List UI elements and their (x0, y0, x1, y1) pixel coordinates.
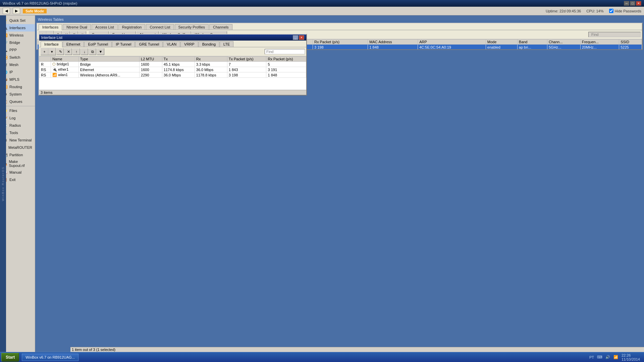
dialog-add-button[interactable]: + (41, 48, 48, 55)
wireless-tables-label: Wireless Tables (37, 17, 643, 22)
tab-interfaces[interactable]: Interfaces (39, 24, 62, 30)
row-tx-ps: 7 (227, 62, 266, 67)
row-rx-ps: 5 (266, 62, 306, 67)
table-row[interactable]: RS 🔌 ether1 Ethernet 1600 1174.8 kbps 36… (40, 67, 306, 72)
col-band: Band (517, 40, 547, 45)
sidebar-item-label: Bridge (9, 41, 20, 45)
dialog-add-group: + ▾ (41, 48, 56, 55)
dialog-tab-interface[interactable]: Interface (41, 41, 62, 47)
row-flags: R (40, 62, 51, 67)
sidebar-item-label: Switch (9, 55, 20, 59)
dialog-tab-vrrp[interactable]: VRRP (180, 41, 198, 47)
taskbar-time-date: 22:26 11/10/2014 (622, 353, 640, 361)
hide-passwords-checkbox[interactable] (609, 9, 613, 13)
back-button[interactable]: ◀ (3, 8, 10, 14)
dialog-minimize-button[interactable]: _ (293, 35, 298, 40)
dialog-tab-lte[interactable]: LTE (220, 41, 233, 47)
row-type: Bridge (78, 62, 139, 67)
sidebar-item-label: New Terminal (9, 138, 32, 142)
sidebar-item-label: Radius (9, 123, 21, 127)
sidebar-item-label: Mesh (9, 63, 18, 67)
start-button[interactable]: Start (1, 353, 19, 362)
tab-access-list[interactable]: Access List (92, 24, 118, 30)
tab-connect-list[interactable]: Connect List (146, 24, 174, 30)
row-mode: enabled (486, 45, 517, 50)
content-area: Wireless Tables Interfaces Ntreme Dual A… (35, 15, 644, 352)
dialog-tab-vlan[interactable]: VLAN (163, 41, 180, 47)
row-rx-ps: 3 198 (313, 45, 368, 50)
taskbar-items: WinBox v6.7 on RB912UAG... (22, 354, 589, 361)
dialog-col-rx-ps: Rx Packet (p/s) (266, 57, 306, 62)
dialog-tab-gretunnel[interactable]: GRE Tunnel (135, 41, 163, 47)
taskbar-right: PT ⌨ 🔊 📶 22:26 11/10/2014 (589, 353, 643, 361)
dialog-col-type: Type (78, 57, 139, 62)
tab-security-profiles[interactable]: Security Profiles (175, 24, 209, 30)
dialog-sort-down-button[interactable]: ↓ (81, 48, 88, 55)
row-name: ⬡ bridge1 (51, 62, 79, 67)
dialog-title: Interface List (41, 36, 62, 40)
row-tx: 45.1 kbps (162, 62, 195, 67)
dialog-toolbar: + ▾ ✎ ✕ ↑ ↓ ⧉ ▼ (39, 47, 306, 56)
dialog-col-tx: Tx (162, 57, 195, 62)
taskbar-item-winbox[interactable]: WinBox v6.7 on RB912UAG... (22, 354, 78, 361)
dialog-status: 3 items (39, 90, 306, 95)
dialog-tab-bar: Interface Ethernet EoIP Tunnel IP Tunnel… (39, 41, 306, 47)
dialog-tab-ethernet[interactable]: Ethernet (63, 41, 84, 47)
taskbar-icons: PT ⌨ 🔊 📶 (589, 354, 619, 360)
minimize-button[interactable]: ─ (624, 1, 629, 6)
dialog-add-dropdown[interactable]: ▾ (48, 48, 56, 55)
row-mac: 1 848 (368, 45, 418, 50)
dialog-sort-up-button[interactable]: ↑ (73, 48, 80, 55)
sidebar-item-label: Queues (9, 100, 22, 104)
title-bar: WinBox v6.7 on RB912UAG-5HPnD (mipsbe) ─… (0, 0, 644, 7)
tab-ntreme-dual[interactable]: Ntreme Dual (63, 24, 91, 30)
taskbar-icon-volume[interactable]: 🔊 (605, 354, 611, 360)
sidebar-item-label: Interfaces (9, 26, 25, 30)
sidebar-item-label: Tools (9, 131, 18, 135)
table-row[interactable]: R ⬡ bridge1 Bridge 1600 45.1 kbps 3.3 kb… (40, 62, 306, 67)
row-name: 🔌 ether1 (51, 67, 79, 72)
sidebar-item-label: Manual (9, 170, 21, 174)
row-type: Ethernet (78, 67, 139, 72)
row-channel: 5GHz... (547, 45, 580, 50)
sidebar-item-label: IP (9, 70, 13, 74)
main-search-input[interactable] (588, 32, 641, 37)
dialog-edit-button[interactable]: ✎ (57, 48, 64, 55)
col-ssid: SSID (619, 40, 642, 45)
cpu-text: CPU: 14% (586, 9, 603, 13)
dialog-tab-bonding[interactable]: Bonding (199, 41, 219, 47)
maximize-button[interactable]: □ (630, 1, 635, 6)
row-tx-ps: 1 843 (227, 67, 266, 72)
col-arp: ARP (418, 40, 486, 45)
tab-registration[interactable]: Registration (118, 24, 146, 30)
table-row[interactable]: RS 📶 wlan1 Wireless (Atheros AR9... 2290… (40, 72, 306, 78)
tab-channels[interactable]: Channels (209, 24, 232, 30)
dialog-filter-button[interactable]: ▼ (97, 48, 104, 55)
dialog-tab-iptunnel[interactable]: IP Tunnel (112, 41, 135, 47)
sidebar-item-label: Files (9, 109, 17, 113)
dialog-tab-eoip[interactable]: EoIP Tunnel (84, 41, 112, 47)
winbox-brand-text: WinBox RouterOS (1, 166, 5, 201)
row-tx-ps: 3 198 (227, 72, 266, 78)
close-button[interactable]: ✕ (636, 1, 641, 6)
row-band: ap bri... (517, 45, 547, 50)
row-type: Wireless (Atheros AR9... (78, 72, 139, 78)
dialog-search-input[interactable] (265, 49, 305, 54)
sidebar-item-label: PPP (9, 48, 17, 52)
title-bar-controls: ─ □ ✕ (624, 1, 641, 6)
status-right: Uptime: 22d 09:45:36 CPU: 14% Hide Passw… (546, 9, 641, 13)
sidebar-item-label: Routing (9, 85, 22, 89)
taskbar-icon-keyboard[interactable]: ⌨ (597, 354, 603, 360)
dialog-copy-button[interactable]: ⧉ (89, 48, 96, 55)
sidebar-item-label: Make Supout.rif (9, 160, 32, 168)
col-frequency: Frequen... (580, 40, 619, 45)
dialog-col-flags (40, 57, 51, 62)
hide-passwords-container[interactable]: Hide Passwords (609, 9, 641, 13)
forward-button[interactable]: ▶ (13, 8, 20, 14)
dialog-remove-button[interactable]: ✕ (65, 48, 72, 55)
taskbar-icon-network[interactable]: 📶 (613, 354, 619, 360)
dialog-close-button[interactable]: ✕ (299, 35, 304, 40)
taskbar-date: 11/10/2014 (622, 357, 640, 361)
col-mac: MAC Address (368, 40, 418, 45)
status-bar: ◀ ▶ Safe Mode Uptime: 22d 09:45:36 CPU: … (0, 7, 644, 15)
